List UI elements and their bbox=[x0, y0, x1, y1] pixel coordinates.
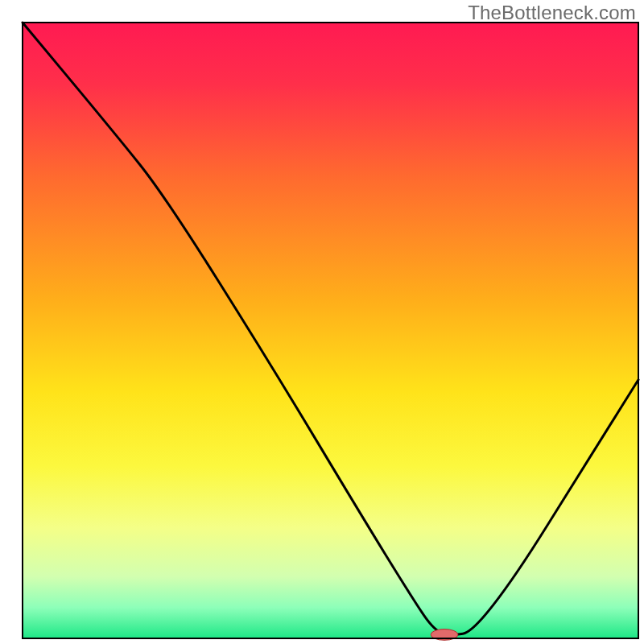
watermark-text: TheBottleneck.com bbox=[468, 2, 636, 24]
gradient-background bbox=[23, 23, 638, 638]
bottleneck-chart bbox=[0, 0, 644, 644]
chart-container: TheBottleneck.com bbox=[0, 0, 644, 644]
